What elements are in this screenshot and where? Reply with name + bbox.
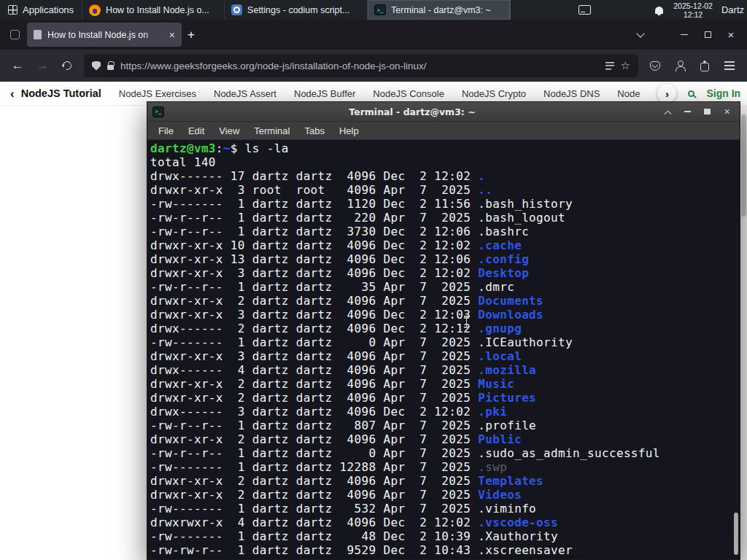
tab-close-button[interactable]: × — [169, 30, 175, 40]
terminal-maximize-button[interactable] — [700, 104, 715, 119]
new-tab-button[interactable]: + — [187, 28, 195, 41]
menu-file[interactable]: File — [151, 125, 181, 136]
desktop: Applications How to Install Node.js o...… — [0, 0, 747, 560]
terminal-line: drwxr-xr-x 2 dartz dartz 4096 Apr 7 2025… — [150, 294, 740, 308]
applications-menu-button[interactable]: Applications — [0, 0, 82, 20]
terminal-line: drwxrwxr-x 4 dartz dartz 4096 Dec 2 12:0… — [150, 516, 740, 529]
terminal-line: drwx------ 3 dartz dartz 4096 Dec 2 12:0… — [150, 405, 740, 419]
terminal-line: drwxr-xr-x 13 dartz dartz 4096 Dec 2 12:… — [150, 252, 740, 266]
chevron-up-icon — [665, 110, 672, 117]
clock-date: 2025-12-02 — [673, 1, 713, 10]
minimize-icon — [684, 111, 691, 112]
forward-button[interactable]: → — [31, 54, 54, 77]
extensions-puzzle-icon — [700, 63, 709, 71]
menu-tabs[interactable]: Tabs — [297, 125, 331, 136]
menu-help[interactable]: Help — [332, 125, 366, 136]
terminal-title: Terminal - dartz@vm3: ~ — [169, 106, 656, 117]
browser-tab[interactable]: How to Install Node.js on × — [27, 23, 182, 47]
extensions-button[interactable] — [693, 54, 716, 77]
taskbar-button-settings[interactable]: Settings - codium script... — [225, 0, 368, 20]
bookmark-star-icon[interactable]: ☆ — [621, 61, 630, 71]
terminal-line: drwx------ 2 dartz dartz 4096 Dec 2 12:1… — [150, 322, 740, 335]
site-nav-link-assert[interactable]: NodeJS Assert — [214, 88, 276, 99]
terminal-line: drwxr-xr-x 2 dartz dartz 4096 Apr 7 2025… — [150, 488, 740, 502]
menu-edit[interactable]: Edit — [181, 125, 212, 136]
terminal-line: drwxr-xr-x 2 dartz dartz 4096 Apr 7 2025… — [150, 391, 740, 405]
browser-toolbar: ← → https://www.geeksforgeeks.org/node-j… — [0, 50, 747, 82]
browser-tab-bar: How to Install Node.js on × + × — [0, 20, 747, 50]
terminal-line: drwxr-xr-x 3 dartz dartz 4096 Dec 2 12:0… — [150, 266, 740, 280]
firefox-view-icon[interactable] — [10, 30, 20, 39]
site-nav-lead[interactable]: ‹ NodeJS Tutorial — [10, 88, 101, 100]
menu-view[interactable]: View — [212, 125, 247, 136]
site-nav-link-dns[interactable]: NodeJS DNS — [543, 88, 600, 99]
terminal-icon-glyph: >_ — [377, 7, 383, 13]
browser-maximize-button[interactable] — [696, 25, 719, 45]
address-bar[interactable]: https://www.geeksforgeeks.org/node-js/in… — [84, 54, 638, 77]
terminal-line: drwx------ 4 dartz dartz 4096 Apr 7 2025… — [150, 363, 740, 377]
lock-icon[interactable] — [107, 65, 114, 70]
panel-spacer — [511, 0, 578, 20]
terminal-scrollbar-thumb[interactable] — [734, 513, 738, 555]
browser-minimize-button[interactable] — [673, 25, 696, 45]
hamburger-menu-icon — [724, 65, 735, 66]
terminal-line: -rw------- 1 dartz dartz 12288 Apr 7 202… — [150, 460, 740, 474]
terminal-line: dartz@vm3:~$ ls -la — [150, 141, 740, 155]
site-nav-link-buffer[interactable]: NodeJS Buffer — [294, 88, 355, 99]
site-nav-scroll-right-button[interactable]: › — [657, 84, 676, 103]
settings-icon — [231, 4, 242, 15]
url-text[interactable]: https://www.geeksforgeeks.org/node-js/in… — [120, 61, 599, 71]
menu-button[interactable] — [718, 54, 741, 77]
maximize-icon — [705, 31, 711, 38]
terminal-titlebar[interactable]: >_ Terminal - dartz@vm3: ~ × — [147, 102, 740, 122]
sign-in-button[interactable]: Sign In — [706, 88, 740, 99]
browser-close-button[interactable]: × — [719, 25, 743, 45]
notification-bell-icon[interactable] — [655, 7, 663, 14]
site-nav-link-exercises[interactable]: NodeJS Exercises — [119, 88, 196, 99]
terminal-line: drwxr-xr-x 2 dartz dartz 4096 Apr 7 2025… — [150, 474, 740, 488]
terminal-line: drwxr-xr-x 3 dartz dartz 4096 Apr 7 2025… — [150, 349, 740, 363]
terminal-line: drwx------ 17 dartz dartz 4096 Dec 2 12:… — [150, 169, 740, 183]
terminal-line: drwxr-xr-x 3 dartz dartz 4096 Dec 2 12:0… — [150, 308, 740, 322]
site-nav-title[interactable]: NodeJS Tutorial — [21, 88, 101, 99]
taskbar-button-browser[interactable]: How to Install Node.js o... — [82, 0, 225, 20]
panel-clock[interactable]: 2025-12-02 12:12 — [673, 1, 713, 19]
terminal-line: drwxr-xr-x 2 dartz dartz 4096 Apr 7 2025… — [150, 377, 740, 391]
terminal-line: -rw-r--r-- 1 dartz dartz 35 Apr 7 2025 .… — [150, 280, 740, 294]
reload-icon — [61, 60, 73, 71]
terminal-line: -rw-r--r-- 1 dartz dartz 0 Apr 7 2025 .s… — [150, 446, 740, 460]
terminal-line: -rw-r--r-- 1 dartz dartz 220 Apr 7 2025 … — [150, 211, 740, 225]
minimize-icon — [681, 34, 688, 36]
site-nav-link-crypto[interactable]: NodeJS Crypto — [462, 88, 526, 99]
site-nav-link-truncated[interactable]: Node — [617, 88, 640, 99]
back-button[interactable]: ← — [6, 54, 29, 77]
terminal-line: -rw------- 1 dartz dartz 1120 Dec 2 11:5… — [150, 197, 740, 211]
site-nav-right: › Sign In — [657, 84, 740, 103]
reload-button[interactable] — [55, 54, 79, 77]
terminal-shade-button[interactable] — [660, 104, 676, 119]
terminal-line: -rw-r--r-- 1 dartz dartz 807 Apr 7 2025 … — [150, 419, 740, 432]
user-menu[interactable]: Dartz — [721, 4, 747, 15]
taskbar-button-terminal[interactable]: >_ Terminal - dartz@vm3: ~ — [368, 0, 511, 20]
reader-mode-icon[interactable] — [605, 62, 614, 70]
terminal-body[interactable]: dartz@vm3:~$ ls -latotal 140drwx------ 1… — [147, 140, 740, 559]
search-icon[interactable] — [688, 90, 694, 97]
account-icon — [675, 61, 685, 71]
terminal-line: -rw-r--r-- 1 dartz dartz 3730 Dec 2 12:0… — [150, 225, 740, 238]
site-nav-link-console[interactable]: NodeJS Console — [373, 88, 444, 99]
menu-terminal[interactable]: Terminal — [247, 125, 297, 136]
tray-terminal-icon[interactable] — [578, 5, 591, 15]
list-all-tabs-chevron-icon[interactable] — [636, 29, 644, 37]
terminal-icon: >_ — [374, 4, 386, 15]
terminal-minimize-button[interactable] — [680, 104, 695, 119]
page-scrollbar[interactable] — [740, 106, 747, 560]
terminal-close-button[interactable]: × — [719, 104, 735, 119]
page-scrollbar-thumb[interactable] — [741, 114, 746, 217]
tracking-protection-shield-icon[interactable] — [92, 61, 101, 71]
taskbar-label: Terminal - dartz@vm3: ~ — [391, 5, 503, 15]
terminal-line: total 140 — [150, 155, 740, 169]
pocket-button[interactable] — [643, 54, 667, 77]
terminal-line: -rw------- 1 dartz dartz 48 Dec 2 10:39 … — [150, 529, 740, 543]
account-button[interactable] — [668, 54, 692, 77]
site-back-chevron-icon[interactable]: ‹ — [10, 88, 15, 100]
